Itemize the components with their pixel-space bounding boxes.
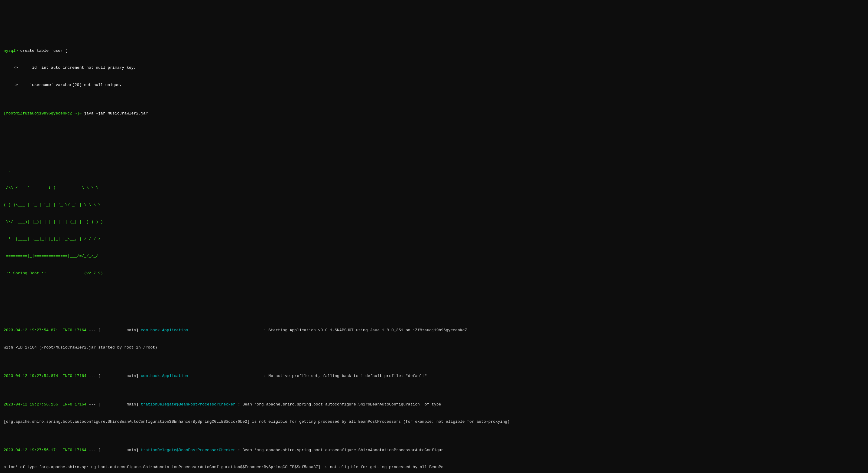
log-line-4: 2023-04-12 19:27:56.171 INFO 17164 --- [… xyxy=(4,447,864,453)
spring-ascii-6: =========|_|==============|___/=/_/_/_/ xyxy=(4,254,864,259)
log-line-1: 2023-04-12 19:27:54.871 INFO 17164 --- [… xyxy=(4,328,864,333)
log-line-2: 2023-04-12 19:27:54.874 INFO 17164 --- [… xyxy=(4,373,864,379)
mysql-line-3: -> `username` varchar(20) not null uniqu… xyxy=(4,82,864,88)
log-line-1b: with PID 17164 (/root/MusicCrawler2.jar … xyxy=(4,345,864,351)
blank-1 xyxy=(4,139,864,145)
spring-ascii-1: . ____ _ __ _ _ xyxy=(4,168,864,173)
log-line-3b: [org.apache.shiro.spring.boot.autoconfig… xyxy=(4,419,864,425)
shell-command-line: [root@iZf8zauoji9b96gyecenkcZ ~]# java -… xyxy=(4,111,864,116)
spring-ascii-4: \\/ ___)| |_)| | | | | || (_| | ) ) ) ) xyxy=(4,219,864,225)
terminal-window: mysql> create table `user`( -> `id` int … xyxy=(4,25,864,473)
spring-ascii-7: :: Spring Boot :: (v2.7.9) xyxy=(4,271,864,276)
mysql-line-2: -> `id` int auto_increment not null prim… xyxy=(4,65,864,71)
spring-ascii-2: /\\ / ___'_ __ _ _(_)_ __ __ _ \ \ \ \ xyxy=(4,185,864,191)
spring-ascii-3: ( ( )\___ | '_ | '_| | '_ \/ _` | \ \ \ … xyxy=(4,202,864,208)
log-line-4b: ation' of type [org.apache.shiro.spring.… xyxy=(4,465,864,470)
log-line-3: 2023-04-12 19:27:56.156 INFO 17164 --- [… xyxy=(4,402,864,408)
spring-ascii-5: ' |____| .__|_| |_|_| |_\__, | / / / / xyxy=(4,236,864,242)
mysql-line-1: mysql> create table `user`( xyxy=(4,48,864,54)
blank-2 xyxy=(4,299,864,305)
